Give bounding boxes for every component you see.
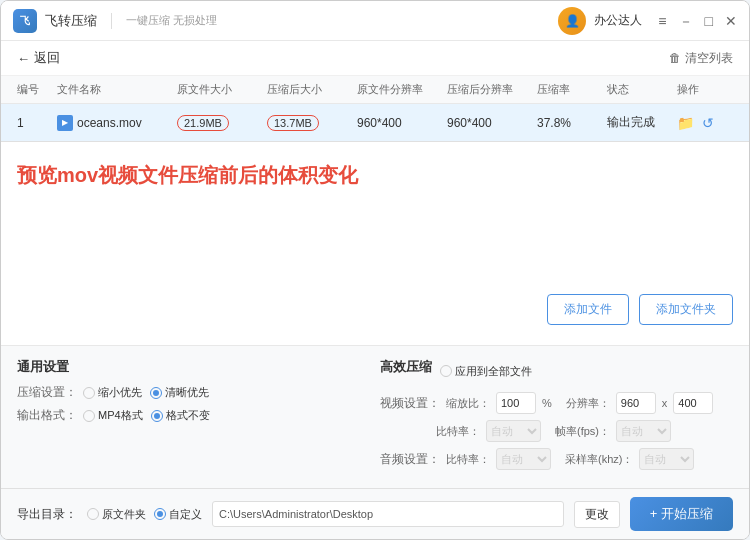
app-subtitle: 一键压缩 无损处理: [126, 13, 217, 28]
col-ratio: 压缩率: [537, 82, 607, 97]
video-bitrate-row: 比特率： 自动 帧率(fps)： 自动: [380, 420, 733, 442]
start-compress-button[interactable]: + 开始压缩: [630, 497, 733, 531]
x-separator: x: [662, 397, 668, 409]
add-buttons: 添加文件 添加文件夹: [17, 284, 733, 335]
change-path-button[interactable]: 更改: [574, 501, 620, 528]
output-custom-option[interactable]: 自定义: [154, 507, 202, 522]
toolbar: ← 返回 🗑 清空列表: [1, 41, 749, 76]
col-original-size: 原文件大小: [177, 82, 267, 97]
audio-setting-row: 音频设置： 比特率： 自动 采样率(khz)： 自动: [380, 448, 733, 470]
compress-radio-dot-1: [153, 390, 159, 396]
video-scale-label: 缩放比：: [446, 396, 490, 411]
minimize-button[interactable]: －: [679, 14, 693, 28]
efficient-settings: 高效压缩 应用到全部文件 视频设置： 缩放比： % 分辨率： x: [380, 358, 733, 476]
video-setting-row: 视频设置： 缩放比： % 分辨率： x: [380, 392, 733, 414]
bottom-bar: 导出目录： 原文件夹 自定义 更改 + 开始压缩: [1, 488, 749, 539]
output-option-1[interactable]: 格式不变: [151, 408, 210, 423]
menu-icon[interactable]: ≡: [658, 14, 666, 28]
output-radio-dot-1: [154, 413, 160, 419]
open-folder-icon[interactable]: 📁: [677, 115, 694, 131]
user-name: 办公达人: [594, 12, 642, 29]
output-original-option[interactable]: 原文件夹: [87, 507, 146, 522]
output-option-0[interactable]: MP4格式: [83, 408, 143, 423]
maximize-button[interactable]: □: [705, 14, 713, 28]
avatar: 👤: [558, 7, 586, 35]
video-height-input[interactable]: [673, 392, 713, 414]
video-bitrate-label: 比特率：: [436, 424, 480, 439]
compress-options: 缩小优先 清晰优先: [83, 385, 209, 400]
main-window: 飞 飞转压缩 一键压缩 无损处理 👤 办公达人 ≡ － □ ✕ ← 返回 🗑 清…: [0, 0, 750, 540]
output-original-radio[interactable]: [87, 508, 99, 520]
col-id: 编号: [17, 82, 57, 97]
row-original-res: 960*400: [357, 116, 447, 130]
retry-icon[interactable]: ↺: [702, 115, 714, 131]
compress-radio-0[interactable]: [83, 387, 95, 399]
output-custom-radio[interactable]: [154, 508, 166, 520]
back-arrow-icon: ←: [17, 51, 30, 66]
video-fps-select[interactable]: 自动: [616, 420, 671, 442]
audio-bitrate-select[interactable]: 自动: [496, 448, 551, 470]
titlebar-user: 👤 办公达人: [558, 7, 642, 35]
settings-grid: 通用设置 压缩设置： 缩小优先 清晰优先: [17, 358, 733, 476]
output-option-0-label: MP4格式: [98, 408, 143, 423]
video-scale-input[interactable]: [496, 392, 536, 414]
compress-option-0[interactable]: 缩小优先: [83, 385, 142, 400]
output-custom-label: 自定义: [169, 507, 202, 522]
row-compressed-size: 13.7MB: [267, 115, 357, 131]
output-format-label: 输出格式：: [17, 407, 77, 424]
compress-option-1[interactable]: 清晰优先: [150, 385, 209, 400]
file-type-icon: ▶: [57, 115, 73, 131]
audio-samplerate-select[interactable]: 自动: [639, 448, 694, 470]
filename-text: oceans.mov: [77, 116, 142, 130]
row-ratio: 37.8%: [537, 116, 607, 130]
col-status: 状态: [607, 82, 677, 97]
clear-label: 清空列表: [685, 50, 733, 67]
output-path-input[interactable]: [212, 501, 564, 527]
compressed-size-value: 13.7MB: [267, 115, 319, 131]
compress-setting-row: 压缩设置： 缩小优先 清晰优先: [17, 384, 370, 401]
compress-option-0-label: 缩小优先: [98, 385, 142, 400]
col-actions: 操作: [677, 82, 747, 97]
apply-all-option[interactable]: 应用到全部文件: [440, 364, 532, 379]
video-fps-label: 帧率(fps)：: [555, 424, 610, 439]
row-actions: 📁 ↺: [677, 115, 747, 131]
close-button[interactable]: ✕: [725, 14, 737, 28]
percent-label: %: [542, 397, 552, 409]
clear-list-button[interactable]: 🗑 清空列表: [669, 50, 733, 67]
general-settings: 通用设置 压缩设置： 缩小优先 清晰优先: [17, 358, 370, 476]
app-icon: 飞: [13, 9, 37, 33]
video-res-label: 分辨率：: [566, 396, 610, 411]
file-table: 编号 文件名称 原文件大小 压缩后大小 原文件分辨率 压缩后分辨率 压缩率 状态…: [1, 76, 749, 345]
output-custom-dot: [157, 511, 163, 517]
efficient-title: 高效压缩: [380, 358, 432, 376]
add-folder-button[interactable]: 添加文件夹: [639, 294, 733, 325]
output-original-label: 原文件夹: [102, 507, 146, 522]
compress-radio-1[interactable]: [150, 387, 162, 399]
add-file-button[interactable]: 添加文件: [547, 294, 629, 325]
general-title: 通用设置: [17, 358, 370, 376]
row-id: 1: [17, 116, 57, 130]
back-button[interactable]: ← 返回: [17, 49, 60, 67]
apply-all-radio[interactable]: [440, 365, 452, 377]
output-dir-options: 原文件夹 自定义: [87, 507, 202, 522]
preview-area: 预览mov视频文件压缩前后的体积变化 添加文件 添加文件夹: [1, 142, 749, 345]
output-option-1-label: 格式不变: [166, 408, 210, 423]
output-radio-1[interactable]: [151, 410, 163, 422]
original-size-value: 21.9MB: [177, 115, 229, 131]
col-filename: 文件名称: [57, 82, 177, 97]
titlebar-separator: [111, 13, 112, 29]
row-original-size: 21.9MB: [177, 115, 267, 131]
titlebar-left: 飞 飞转压缩 一键压缩 无损处理: [13, 9, 558, 33]
table-header: 编号 文件名称 原文件大小 压缩后大小 原文件分辨率 压缩后分辨率 压缩率 状态…: [1, 76, 749, 104]
table-row: 1 ▶ oceans.mov 21.9MB 13.7MB 960*400 960…: [1, 104, 749, 142]
video-bitrate-select[interactable]: 自动: [486, 420, 541, 442]
preview-text: 预览mov视频文件压缩前后的体积变化: [17, 162, 733, 189]
apply-all-label: 应用到全部文件: [455, 364, 532, 379]
app-title: 飞转压缩: [45, 12, 97, 30]
output-radio-0[interactable]: [83, 410, 95, 422]
titlebar: 飞 飞转压缩 一键压缩 无损处理 👤 办公达人 ≡ － □ ✕: [1, 1, 749, 41]
video-label: 视频设置：: [380, 395, 440, 412]
col-compressed-res: 压缩后分辨率: [447, 82, 537, 97]
audio-samplerate-label: 采样率(khz)：: [565, 452, 633, 467]
video-width-input[interactable]: [616, 392, 656, 414]
